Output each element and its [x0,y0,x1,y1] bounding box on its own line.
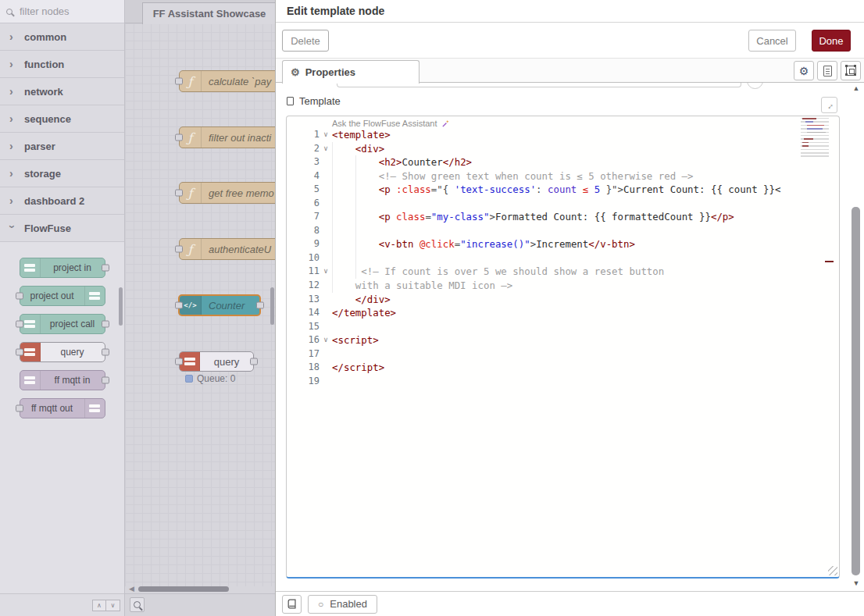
appearance-tab-button[interactable] [841,61,861,80]
search-flows-button[interactable] [130,597,145,612]
flow-node-authenticateu[interactable]: ƒauthenticateU [179,238,275,260]
input-port[interactable] [175,302,183,309]
output-port[interactable] [102,349,109,356]
palette-node-label: query [41,343,105,361]
input-port[interactable] [175,78,183,85]
dialog-scroll-down-icon[interactable]: ▼ [852,579,861,587]
input-port[interactable] [175,246,183,253]
flow-node-filter-out-inacti[interactable]: ƒfilter out inacti [179,126,275,148]
docs-button[interactable] [282,595,302,614]
assistant-hint[interactable]: Ask the FlowFuse Assistant [332,119,450,128]
palette-category-flowfuse[interactable]: ›FlowFuse [0,215,124,242]
fold-gutter [320,197,332,211]
output-port[interactable] [256,302,264,309]
code-token: = [425,211,430,223]
fold-arrow-icon[interactable]: ∨ [320,128,332,142]
enabled-toggle-button[interactable]: ○ Enabled [308,595,377,614]
code-line-1[interactable]: 1∨<template> [287,128,792,142]
code-line-17[interactable]: 17 [287,347,792,361]
code-line-18[interactable]: 18</script> [287,361,792,375]
palette-search[interactable] [0,0,124,23]
code-line-14[interactable]: 14</template> [287,306,792,320]
resize-grip[interactable] [828,566,837,575]
palette-category-sequence[interactable]: ›sequence [0,105,124,133]
input-port[interactable] [16,321,23,328]
dialog-scroll-up-icon[interactable]: ▲ [852,84,861,92]
output-port[interactable] [102,265,109,272]
cancel-button[interactable]: Cancel [748,30,796,52]
input-port[interactable] [175,134,183,141]
code-text [332,251,792,265]
palette-node-ff-mqtt-in[interactable]: ff mqtt in [20,370,105,390]
tab-properties[interactable]: ⚙ Properties [282,60,420,84]
flow-node-query[interactable]: query [179,351,254,372]
delete-button[interactable]: Delete [282,30,329,52]
gear-icon: ⚙ [291,67,300,77]
palette-category-storage[interactable]: ›storage [0,160,124,187]
code-line-11[interactable]: 11∨ <!— If count is over 5 we should sho… [287,265,792,279]
code-line-10[interactable]: 10 [287,251,792,265]
code-line-8[interactable]: 8 [287,224,792,238]
fold-arrow-icon[interactable]: ∨ [320,333,332,347]
code-line-6[interactable]: 6 [287,197,792,211]
code-line-12[interactable]: 12 with a suitable MDI icon —> [287,279,792,293]
fold-arrow-icon[interactable]: ∨ [320,265,332,279]
code-line-9[interactable]: 9 <v-btn @click="increase()">Increment</… [287,237,792,251]
input-port[interactable] [16,405,23,412]
palette-node-ff-mqtt-out[interactable]: ff mqtt out [20,398,105,418]
properties-tab-icon-button[interactable]: ⚙ [794,61,814,80]
code-lines: 1∨<template>2∨ <div>3 <h2>Counter</h2>4 … [287,128,792,388]
minimap[interactable] [796,118,837,158]
assistant-hint-label: Ask the FlowFuse Assistant [332,119,437,128]
palette-node-project-in[interactable]: project in [20,258,105,278]
code-editor[interactable]: Ask the FlowFuse Assistant 1∨<template>2… [286,116,840,579]
output-port[interactable] [250,358,258,365]
flow-node-calculate-pay[interactable]: ƒcalculate `pay [179,70,275,92]
output-port[interactable] [102,321,109,328]
code-line-3[interactable]: 3 <h2>Counter</h2> [287,155,792,169]
code-line-7[interactable]: 7 <p class="my-class">Formatted Count: {… [287,210,792,224]
palette-search-input[interactable] [18,5,104,18]
collapse-all-button[interactable]: ∧ [92,600,106,611]
flow-node-counter[interactable]: </>Counter [178,294,261,316]
code-line-5[interactable]: 5 <p :class="{ 'text-success': count ≤ 5… [287,183,792,197]
input-port[interactable] [16,349,23,356]
palette-category-common[interactable]: ›common [0,23,124,51]
partial-circle-button[interactable] [747,83,763,89]
palette-scrollbar-thumb[interactable] [119,287,123,326]
fold-arrow-icon[interactable]: ∨ [320,142,332,156]
code-line-19[interactable]: 19 [287,375,792,389]
expand-all-button[interactable]: ∨ [106,600,120,611]
code-line-13[interactable]: 13 </div> [287,293,792,307]
code-line-16[interactable]: 16∨<script> [287,333,792,347]
canvas-hscrollbar-thumb[interactable] [138,586,229,592]
workspace-tab[interactable]: FF Assistant Showcase [142,2,275,24]
palette-category-parser[interactable]: ›parser [0,133,124,160]
code-token: : [536,183,548,195]
palette-category-function[interactable]: ›function [0,51,124,78]
canvas-vscrollbar-thumb[interactable] [270,287,274,325]
code-token [332,294,355,305]
input-port[interactable] [16,293,23,300]
done-button[interactable]: Done [812,30,851,52]
palette-node-label: project in [41,258,105,277]
canvas-footer [125,593,275,616]
palette-category-dashboard-2[interactable]: ›dashboard 2 [0,187,124,215]
description-tab-button[interactable] [817,61,837,80]
code-line-4[interactable]: 4 <!— Show green text when count is ≤ 5 … [287,169,792,183]
code-line-2[interactable]: 2∨ <div> [287,142,792,156]
mqtt-icon [20,371,41,390]
code-line-15[interactable]: 15 [287,320,792,334]
input-port[interactable] [175,358,183,365]
dialog-scrollbar-thumb[interactable] [852,207,860,575]
flow-node-get-free-memo[interactable]: ƒget free memo [179,182,275,204]
palette-category-network[interactable]: ›network [0,78,124,105]
palette-node-project-out[interactable]: project out [20,286,105,306]
scroll-left-arrow-icon[interactable]: ◀ [129,586,134,593]
palette-node-project-call[interactable]: project call [20,314,105,334]
input-port[interactable] [175,190,183,197]
flow-canvas[interactable]: FF Assistant Showcase ƒcalculate `payƒfi… [125,0,275,616]
palette-node-query[interactable]: query [20,342,105,362]
output-port[interactable] [102,377,109,384]
expand-editor-button[interactable]: ↔ [821,97,837,113]
